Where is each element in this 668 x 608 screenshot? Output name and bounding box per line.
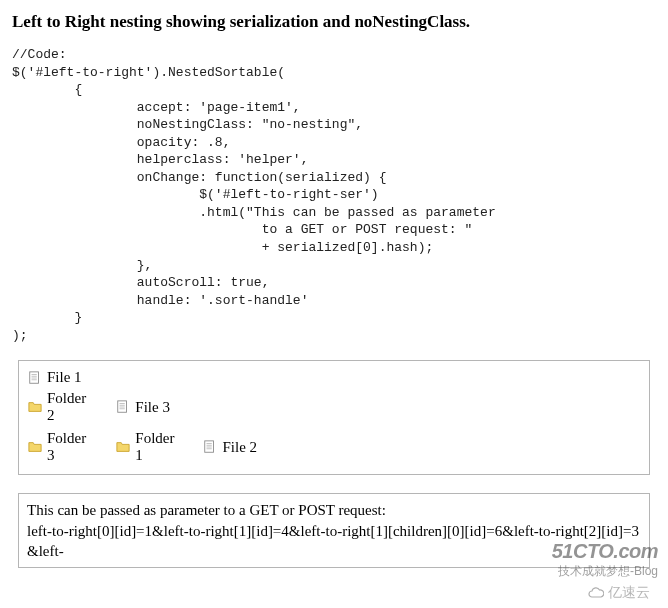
list-item[interactable]: Folder 1 File 2 [115,428,641,466]
list-item[interactable]: Folder 3 Folder 1 File 2 [27,426,641,468]
item-label: File 2 [222,439,257,456]
list-item[interactable]: File 1 [27,367,641,388]
item-label: Folder 1 [135,430,174,464]
item-label: File 3 [135,399,170,416]
list-item[interactable]: File 2 [202,437,641,458]
folder-icon [27,400,43,414]
cloud-watermark-text: 亿速云 [608,584,650,594]
folder-icon [115,440,131,454]
tree-panel: File 1 Folder 2 File 3 Folder 3 [18,360,650,475]
list-item[interactable]: Folder 2 File 3 [27,388,641,426]
nested-sortable-list[interactable]: File 1 Folder 2 File 3 Folder 3 [27,367,641,468]
cloud-icon [588,587,604,594]
code-block: //Code: $('#left-to-right').NestedSortab… [12,46,656,344]
item-label: Folder 3 [47,430,87,464]
output-line: This can be passed as parameter to a GET… [27,500,641,520]
serialization-output: This can be passed as parameter to a GET… [18,493,650,568]
output-line: left-to-right[0][id]=1&left-to-right[1][… [27,521,641,562]
file-icon [115,400,131,414]
file-icon [27,371,43,385]
folder-icon [27,440,43,454]
cloud-watermark: 亿速云 [588,584,650,594]
list-item[interactable]: File 3 [115,397,641,418]
page-title: Left to Right nesting showing serializat… [12,12,656,32]
item-label: Folder 2 [47,390,87,424]
file-icon [202,440,218,454]
item-label: File 1 [47,369,82,386]
